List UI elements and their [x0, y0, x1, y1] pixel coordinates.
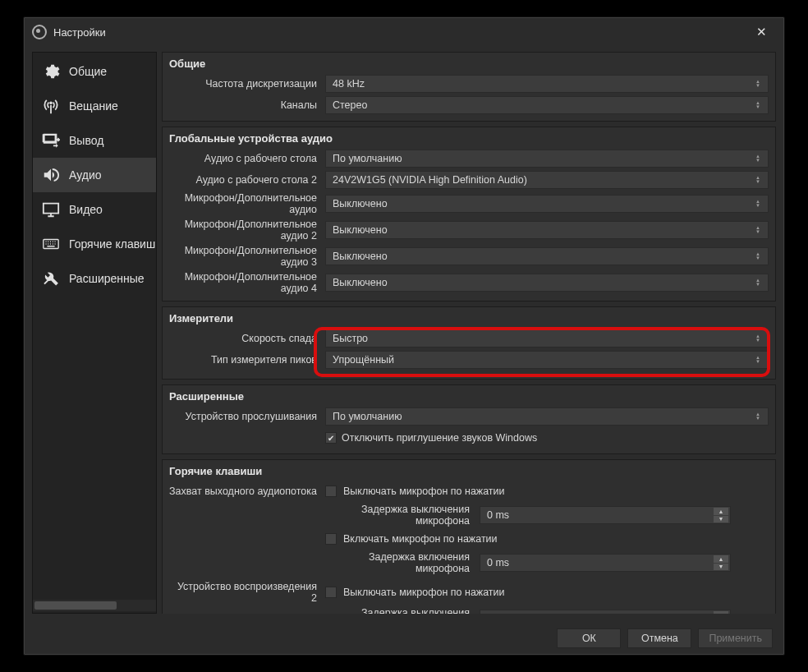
group-global-devices: Глобальные устройства аудио Аудио с рабо…: [162, 127, 776, 301]
decay-label: Скорость спада: [169, 333, 319, 344]
desktop2-select[interactable]: 24V2W1G5 (NVIDIA High Definition Audio)▲…: [325, 171, 769, 189]
pb-mute-delay-label: Задержка выключения микрофона: [325, 607, 473, 614]
chevron-updown-icon: ▲▼: [751, 222, 764, 238]
sidebar-hscroll[interactable]: [33, 600, 156, 611]
body: Общие Вещание Вывод Аудио Видео Горячие …: [24, 47, 784, 622]
nav-output[interactable]: Вывод: [33, 123, 156, 158]
apply-button[interactable]: Применить: [698, 628, 773, 648]
mic1-label: Микрофон/Дополнительное аудио: [169, 192, 319, 215]
nav-advanced[interactable]: Расширенные: [33, 261, 156, 296]
group-meters: Измерители Скорость спадаБыстро▲▼ Тип из…: [162, 306, 776, 380]
sidebar: Общие Вещание Вывод Аудио Видео Горячие …: [32, 52, 157, 614]
cancel-button[interactable]: Отмена: [627, 628, 691, 648]
unmute-on-push-label: Включать микрофон по нажатии: [343, 533, 498, 545]
mic1-select[interactable]: Выключено▲▼: [325, 195, 769, 213]
group-title: Глобальные устройства аудио: [169, 132, 769, 145]
titlebar: Настройки ✕: [24, 17, 784, 47]
chevron-updown-icon: ▲▼: [751, 76, 764, 92]
group-title: Горячие клавиши: [169, 465, 769, 477]
chevron-updown-icon: ▲▼: [751, 172, 764, 188]
mic2-label: Микрофон/Дополнительное аудио 2: [169, 219, 319, 242]
mic4-label: Микрофон/Дополнительное аудио 4: [169, 271, 319, 294]
group-general: Общие Частота дискретизации 48 kHz▲▼ Кан…: [162, 52, 776, 122]
mute-on-push-checkbox[interactable]: [325, 486, 337, 497]
tools-icon: [41, 269, 61, 288]
mic3-label: Микрофон/Дополнительное аудио 3: [169, 245, 319, 268]
group-title: Общие: [169, 58, 769, 70]
nav-label: Аудио: [69, 168, 102, 182]
monitor-select[interactable]: По умолчанию▲▼: [325, 407, 769, 426]
mute-delay-spinner[interactable]: 0 ms▲▼: [480, 506, 731, 524]
hscroll-thumb[interactable]: [34, 601, 117, 610]
mute-delay-label: Задержка выключения микрофона: [325, 504, 473, 527]
desktop1-label: Аудио с рабочего стола: [169, 153, 319, 164]
decay-select[interactable]: Быстро▲▼: [325, 329, 769, 348]
nav-video[interactable]: Видео: [33, 192, 156, 227]
chevron-updown-icon: ▲▼: [751, 408, 764, 425]
pb-mute-on-push-label: Выключать микрофон по нажатии: [343, 587, 505, 598]
unmute-delay-spinner[interactable]: 0 ms▲▼: [480, 554, 731, 572]
window-title: Настройки: [53, 26, 106, 39]
nav-label: Вещание: [69, 99, 118, 113]
spinner-arrows-icon[interactable]: ▲▼: [714, 611, 728, 614]
chevron-updown-icon: ▲▼: [751, 352, 764, 368]
peak-select[interactable]: Упрощённый▲▼: [325, 351, 769, 369]
footer: ОК Отмена Применить: [24, 622, 784, 655]
mute-on-push-label: Выключать микрофон по нажатии: [343, 486, 505, 497]
settings-window: Настройки ✕ Общие Вещание Вывод Аудио: [23, 16, 785, 656]
sample-rate-select[interactable]: 48 kHz▲▼: [325, 75, 769, 93]
nav-label: Расширенные: [69, 272, 145, 285]
mic2-select[interactable]: Выключено▲▼: [325, 221, 769, 239]
chevron-updown-icon: ▲▼: [751, 248, 764, 265]
chevron-updown-icon: ▲▼: [751, 330, 764, 347]
capture-output-label: Захват выходного аудиопотока: [169, 486, 319, 497]
group-title: Измерители: [169, 312, 769, 324]
monitor-label: Устройство прослушивания: [169, 411, 319, 422]
chevron-updown-icon: ▲▼: [751, 97, 764, 113]
desktop2-label: Аудио с рабочего стола 2: [169, 174, 319, 186]
monitor-icon: [41, 200, 61, 219]
unmute-delay-label: Задержка включения микрофона: [325, 551, 473, 574]
channels-select[interactable]: Стерео▲▼: [325, 96, 769, 114]
chevron-updown-icon: ▲▼: [751, 150, 764, 167]
channels-label: Каналы: [169, 99, 319, 111]
chevron-updown-icon: ▲▼: [751, 196, 764, 212]
nav-hotkeys[interactable]: Горячие клавиш: [33, 227, 156, 261]
mic4-select[interactable]: Выключено▲▼: [325, 274, 769, 292]
nav-stream[interactable]: Вещание: [33, 89, 156, 123]
spinner-arrows-icon[interactable]: ▲▼: [714, 508, 728, 522]
nav-label: Горячие клавиш: [69, 237, 155, 251]
disable-ducking-checkbox[interactable]: ✔: [325, 432, 337, 444]
close-button[interactable]: ✕: [746, 22, 776, 42]
chevron-updown-icon: ▲▼: [751, 274, 764, 291]
nav-general[interactable]: Общие: [33, 54, 156, 89]
peak-label: Тип измерителя пиков: [169, 354, 319, 366]
playback2-label: Устройство воспроизведения 2: [169, 581, 319, 604]
keyboard-icon: [41, 235, 61, 253]
unmute-on-push-checkbox[interactable]: [325, 533, 337, 545]
mic3-select[interactable]: Выключено▲▼: [325, 247, 769, 265]
spinner-arrows-icon[interactable]: ▲▼: [714, 555, 728, 570]
ok-button[interactable]: ОК: [557, 628, 621, 648]
group-title: Расширенные: [169, 390, 769, 403]
nav-label: Общие: [69, 65, 107, 78]
desktop1-select[interactable]: По умолчанию▲▼: [325, 150, 769, 168]
gear-icon: [41, 62, 61, 81]
pb-mute-delay-spinner[interactable]: 0 ms▲▼: [480, 610, 731, 614]
nav-audio[interactable]: Аудио: [33, 158, 156, 192]
group-hotkeys: Горячие клавиши Захват выходного аудиопо…: [162, 459, 776, 614]
speaker-icon: [41, 166, 61, 184]
disable-ducking-label: Отключить приглушение звуков Windows: [342, 432, 537, 444]
sample-rate-label: Частота дискретизации: [169, 78, 319, 90]
content: Общие Частота дискретизации 48 kHz▲▼ Кан…: [162, 52, 776, 614]
app-icon: [32, 25, 47, 39]
title-left: Настройки: [32, 25, 106, 39]
nav-label: Вывод: [69, 134, 103, 147]
monitor-out-icon: [41, 131, 61, 150]
pb-mute-on-push-checkbox[interactable]: [325, 587, 337, 598]
group-advanced: Расширенные Устройство прослушиванияПо у…: [162, 384, 776, 454]
nav-label: Видео: [69, 203, 103, 216]
antenna-icon: [41, 97, 61, 115]
